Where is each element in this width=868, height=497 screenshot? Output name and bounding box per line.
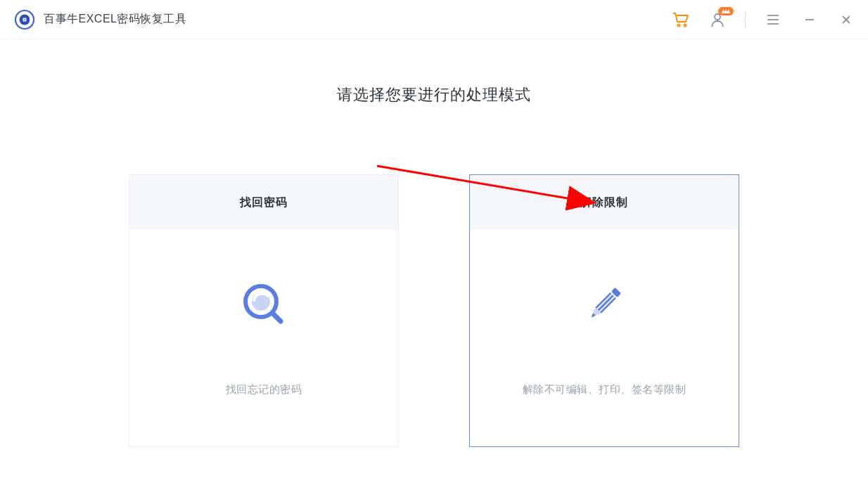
account-button[interactable] — [708, 11, 727, 29]
minimize-icon — [804, 14, 815, 25]
svg-line-16 — [273, 314, 281, 321]
edit-pencil-icon — [579, 279, 630, 330]
card-desc: 找回忘记的密码 — [226, 379, 302, 446]
card-title: 找回密码 — [129, 175, 398, 230]
search-lens-icon — [238, 279, 289, 330]
card-desc: 解除不可编辑、打印、签名等限制 — [523, 379, 687, 446]
page-title: 请选择您要进行的处理模式 — [0, 84, 868, 105]
titlebar-left: 百事牛EXCEL密码恢复工具 — [14, 9, 186, 30]
card-icon-area — [579, 230, 630, 379]
divider — [745, 12, 746, 27]
close-icon — [841, 14, 852, 25]
card-recover-password[interactable]: 找回密码 找回忘记的密码 — [129, 174, 399, 447]
card-title: 解除限制 — [470, 175, 739, 230]
app-logo — [14, 9, 35, 30]
card-remove-restriction[interactable]: 解除限制 解除不可编辑、打印、签名等限制 — [469, 174, 739, 447]
card-icon-area — [238, 230, 289, 379]
app-title: 百事牛EXCEL密码恢复工具 — [44, 12, 186, 27]
cart-button[interactable] — [672, 11, 690, 29]
vip-badge — [718, 7, 734, 15]
svg-rect-4 — [30, 18, 32, 21]
titlebar: 百事牛EXCEL密码恢复工具 — [0, 0, 868, 39]
svg-rect-18 — [595, 292, 616, 314]
svg-point-5 — [677, 24, 679, 26]
svg-point-6 — [684, 24, 686, 26]
hamburger-icon — [766, 14, 780, 25]
svg-rect-3 — [24, 19, 25, 20]
close-button[interactable] — [837, 11, 855, 29]
cart-icon — [672, 11, 690, 28]
app-logo-icon — [14, 9, 35, 30]
titlebar-right — [672, 11, 855, 29]
menu-button[interactable] — [764, 11, 782, 29]
minimize-button[interactable] — [800, 11, 819, 29]
mode-cards: 找回密码 找回忘记的密码 解除限制 — [0, 174, 868, 447]
